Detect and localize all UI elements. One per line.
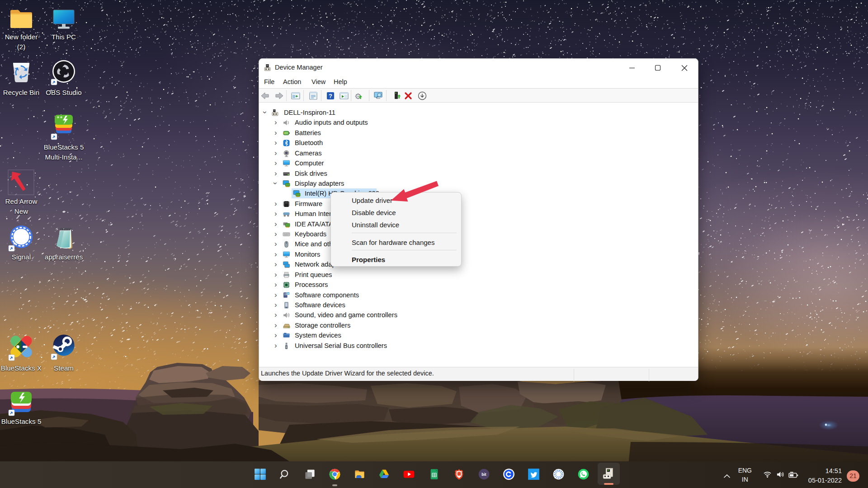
svg-text:?: ?: [329, 93, 332, 99]
svg-text:bit: bit: [481, 472, 486, 476]
